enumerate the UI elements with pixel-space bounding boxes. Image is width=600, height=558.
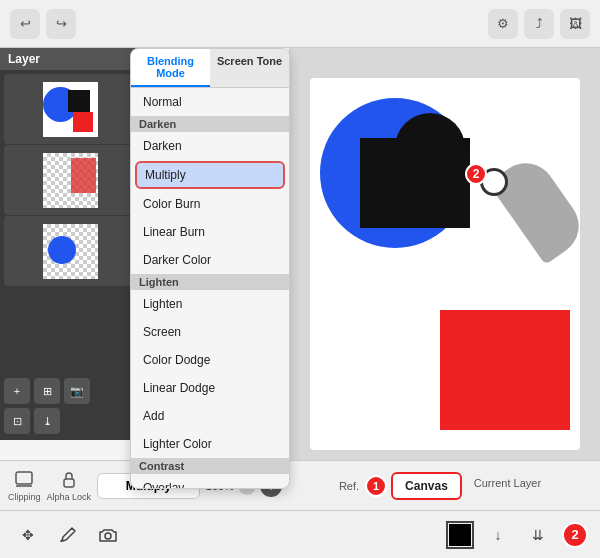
finger-container: 2	[460, 158, 560, 288]
blend-item-screen[interactable]: Screen	[131, 318, 289, 346]
blend-item-linear-dodge[interactable]: Linear Dodge	[131, 374, 289, 402]
layer-tools-row-1: + ⊞ 📷	[4, 378, 136, 404]
blend-item-darker-color[interactable]: Darker Color	[131, 246, 289, 274]
badge-number[interactable]: 2	[562, 522, 588, 548]
layer-thumb-2	[43, 153, 98, 208]
finger-body	[488, 151, 580, 264]
top-toolbar: ↩ ↪ ⚙ ⤴ 🖼	[0, 0, 600, 48]
transform-button[interactable]: ✥	[12, 519, 44, 551]
bottom-toolbar-left: ✥	[12, 519, 124, 551]
double-down-button[interactable]: ⇊	[522, 519, 554, 551]
lp3-blue	[48, 236, 76, 264]
canvas-tab-current-layer[interactable]: Current Layer	[464, 472, 551, 500]
layer-thumb-3	[43, 224, 98, 279]
blend-group-darken: Darken	[131, 116, 289, 132]
clipping-label: Clipping	[8, 492, 41, 502]
canvas-tab-canvas[interactable]: Canvas	[391, 472, 462, 500]
blend-dropdown: Blending Mode Screen Tone Normal Darken …	[130, 48, 290, 489]
toolbar-right: ⚙ ⤴ 🖼	[488, 9, 590, 39]
image-button[interactable]: 🖼	[560, 9, 590, 39]
layer-panel: Layer	[0, 48, 140, 440]
photo-button[interactable]: 📷	[64, 378, 90, 404]
blend-list: Normal Darken Darken Multiply Color Burn…	[131, 88, 289, 488]
bottom-bar-right: Ref. 1 Canvas Current Layer	[290, 460, 600, 510]
down-arrow-button[interactable]: ↓	[482, 519, 514, 551]
blend-item-color-dodge[interactable]: Color Dodge	[131, 346, 289, 374]
clipping-icon	[14, 470, 34, 490]
lp1-red	[73, 112, 93, 132]
layer-preview-1	[43, 82, 98, 137]
bottom-toolbar: ✥ ↓ ⇊ 2	[0, 510, 600, 558]
canvas-tab-group: 1 Canvas	[365, 472, 462, 500]
blend-item-multiply[interactable]: Multiply	[135, 161, 285, 189]
redo-button[interactable]: ↪	[46, 9, 76, 39]
canvas-art: 2	[310, 78, 580, 450]
layer-preview-2	[43, 153, 98, 208]
blend-item-lighten[interactable]: Lighten	[131, 290, 289, 318]
settings-button[interactable]: ⚙	[488, 9, 518, 39]
brush-button[interactable]	[52, 519, 84, 551]
color-swatch-inner	[449, 524, 471, 546]
blend-item-darken[interactable]: Darken	[131, 132, 289, 160]
alpha-lock-toggle[interactable]: Alpha Lock	[47, 470, 92, 502]
group-layer-button[interactable]: ⊞	[34, 378, 60, 404]
blend-group-lighten: Lighten	[131, 274, 289, 290]
camera-tool-button[interactable]	[92, 519, 124, 551]
color-swatch[interactable]	[446, 521, 474, 549]
left-panel: Layer	[0, 48, 290, 510]
blend-group-contrast: Contrast	[131, 458, 289, 474]
finger-badge: 2	[465, 163, 487, 185]
blend-item-add[interactable]: Add	[131, 402, 289, 430]
camera-icon	[98, 525, 118, 545]
blend-item-lighter-color[interactable]: Lighter Color	[131, 430, 289, 458]
blend-item-linear-burn[interactable]: Linear Burn	[131, 218, 289, 246]
share-button[interactable]: ⤴	[524, 9, 554, 39]
list-item[interactable]	[4, 74, 136, 144]
duplicate-button[interactable]: ⊡	[4, 408, 30, 434]
tab-blending-mode[interactable]: Blending Mode	[131, 49, 210, 87]
layer-tools-row-2: ⊡ ⤓	[4, 408, 136, 434]
blend-tabs: Blending Mode Screen Tone	[131, 49, 289, 88]
svg-point-3	[105, 533, 111, 539]
main-content: Layer	[0, 48, 600, 510]
blend-item-overlay[interactable]: Overlay	[131, 474, 289, 488]
lp1-black	[68, 90, 90, 112]
brush-icon	[58, 525, 78, 545]
list-item[interactable]	[4, 216, 136, 286]
blend-item-normal[interactable]: Normal	[131, 88, 289, 116]
layer-preview-3	[43, 224, 98, 279]
ref-label: Ref.	[339, 480, 359, 492]
layer-list	[0, 70, 140, 290]
tab-screen-tone[interactable]: Screen Tone	[210, 49, 289, 87]
svg-rect-2	[64, 479, 74, 487]
lp2-red	[71, 158, 96, 193]
right-canvas: 2 Ref. 1 Canvas Current Layer	[290, 48, 600, 510]
alpha-lock-label: Alpha Lock	[47, 492, 92, 502]
canvas-badge: 1	[365, 475, 387, 497]
blend-item-color-burn[interactable]: Color Burn	[131, 190, 289, 218]
svg-rect-0	[16, 472, 32, 484]
list-item[interactable]	[4, 145, 136, 215]
layer-tools: + ⊞ 📷 ⊡ ⤓	[0, 372, 140, 440]
canvas-tabs: 1 Canvas Current Layer	[365, 472, 551, 500]
clipping-toggle[interactable]: Clipping	[8, 470, 41, 502]
art-black-circle	[395, 113, 465, 183]
toolbar-left: ↩ ↪	[10, 9, 76, 39]
undo-button[interactable]: ↩	[10, 9, 40, 39]
merge-button[interactable]: ⤓	[34, 408, 60, 434]
bottom-toolbar-right: ↓ ⇊ 2	[446, 519, 588, 551]
alpha-lock-icon	[59, 470, 79, 490]
add-layer-button[interactable]: +	[4, 378, 30, 404]
layer-header: Layer	[0, 48, 140, 70]
art-red-rect	[440, 310, 570, 430]
layer-thumb-1	[43, 82, 98, 137]
